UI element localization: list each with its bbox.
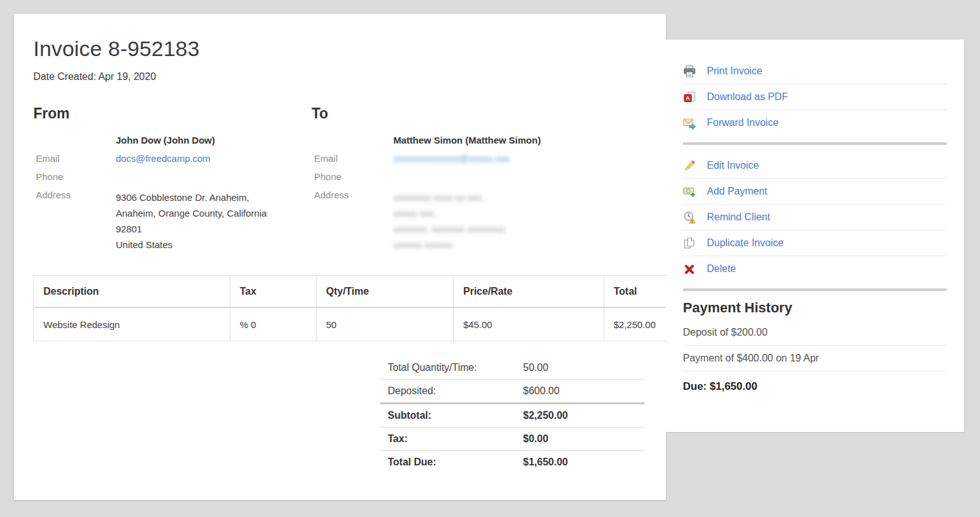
payment-history-due: Due: $1,650.00 [683,380,947,393]
header-tax: Tax [230,276,317,308]
duplicate-invoice-action[interactable]: Duplicate Invoice [683,230,947,256]
remind-clock-icon [683,211,696,224]
forward-envelope-icon [683,116,696,130]
to-address-label: Address [312,190,393,200]
contact-section: From John Dow (John Dow) Email docs@free… [33,105,647,253]
to-email-redacted: xxxxxxxxxxxxxx@xxxxx.xxx [393,153,509,164]
edit-invoice-label: Edit Invoice [707,160,759,171]
to-phone-label: Phone [312,171,393,182]
invoice-actions-panel: Print Invoice A Download as PDF Forward … [666,40,964,432]
cell-price-rate: $45.00 [454,307,604,341]
payment-history-entry: Deposit of $200.00 [683,320,947,345]
invoice-card: Invoice 8-952183 Date Created: Apr 19, 2… [14,14,666,500]
from-phone-label: Phone [33,171,116,182]
header-description: Description [34,276,230,308]
delete-x-icon [683,263,696,276]
from-address-label: Address [33,190,116,200]
page: { "colors": { "page_bg": "#dcdcdc", "lin… [0,0,980,517]
subtotal-row: Subtotal: $2,250.00 [380,404,645,428]
pencil-icon [683,159,696,173]
tax-row: Tax: $0.00 [380,428,645,451]
delete-label: Delete [707,263,736,275]
totals-summary: Total Quantity/Time: 50.00 Deposited: $6… [380,356,645,474]
header-qty-time: Qty/Time [317,276,454,308]
pdf-icon: A [683,91,696,104]
add-payment-label: Add Payment [707,186,767,197]
to-heading: To [312,105,647,122]
edit-invoice-action[interactable]: Edit Invoice [683,153,947,178]
from-name: John Dow (John Dow) [116,135,312,145]
duplicate-invoice-label: Duplicate Invoice [707,237,784,249]
payment-history-heading: Payment History [683,300,947,316]
header-price-rate: Price/Rate [454,276,604,308]
duplicate-pages-icon [683,237,696,250]
cell-description: Website Redesign [34,307,230,341]
delete-action[interactable]: Delete [683,256,947,281]
to-address-redacted: xxxxxxxx xxxx xx xxx , xxxxx xxx, xxxxxx… [393,190,647,253]
to-email-label: Email [312,153,393,164]
download-pdf-action[interactable]: A Download as PDF [683,84,947,110]
from-heading: From [33,105,312,122]
section-divider [683,142,947,145]
table-row: Website Redesign % 0 50 $45.00 $2,250.00 [34,307,745,341]
forward-invoice-label: Forward Invoice [707,117,779,128]
print-invoice-label: Print Invoice [707,65,762,77]
forward-invoice-action[interactable]: Forward Invoice [683,110,947,135]
cell-qty-time: 50 [317,307,454,341]
printer-icon [683,65,696,78]
to-name: Matthew Simon (Matthew Simon) [393,135,647,145]
section-divider [683,288,947,291]
total-quantity-row: Total Quantity/Time: 50.00 [380,356,645,380]
to-section: To Matthew Simon (Matthew Simon) Email x… [312,105,647,253]
from-address-value: 9306 Cobblestone Dr. Anaheim, Anaheim, O… [116,190,312,253]
from-email-link[interactable]: docs@freedcamp.com [116,153,210,164]
deposited-row: Deposited: $600.00 [380,380,645,404]
total-due-row: Total Due: $1,650.00 [380,451,645,474]
download-pdf-label: Download as PDF [707,91,788,103]
cell-tax: % 0 [230,307,317,341]
add-payment-action[interactable]: Add Payment [683,179,947,204]
line-items-table: Description Tax Qty/Time Price/Rate Tota… [33,275,745,341]
print-invoice-action[interactable]: Print Invoice [683,59,947,84]
add-payment-icon [683,185,696,198]
from-section: From John Dow (John Dow) Email docs@free… [33,105,312,253]
invoice-date-created: Date Created: Apr 19, 2020 [33,71,647,82]
table-header-row: Description Tax Qty/Time Price/Rate Tota… [34,276,745,308]
from-email-label: Email [33,153,116,164]
invoice-title: Invoice 8-952183 [33,37,647,61]
svg-text:A: A [685,94,690,101]
remind-client-action[interactable]: Remind Client [683,205,947,230]
remind-client-label: Remind Client [707,212,770,223]
divider [683,371,947,372]
payment-history-entry: Payment of $400.00 on 19 Apr [683,346,947,371]
